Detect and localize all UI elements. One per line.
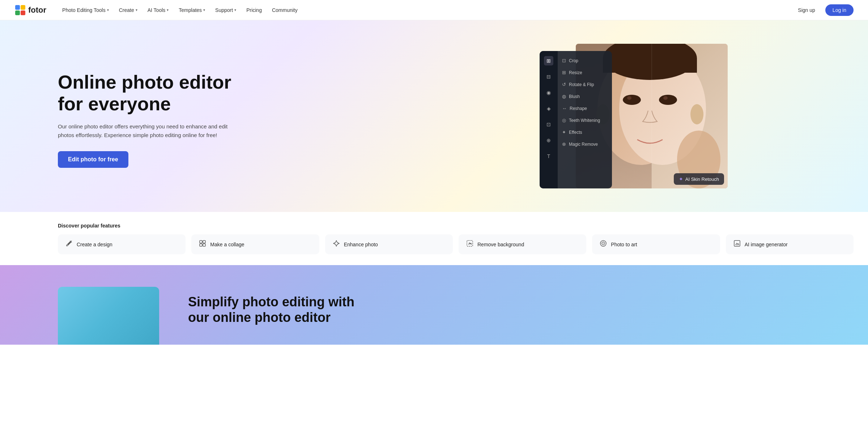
- magic-remove-icon: ⊗: [562, 141, 566, 147]
- feature-remove-background[interactable]: Remove background: [459, 234, 586, 254]
- hero-subtitle: Our online photo editor offers everythin…: [58, 122, 239, 140]
- signup-button[interactable]: Sign up: [792, 4, 821, 16]
- ai-star-icon: ✦: [679, 176, 683, 182]
- logo[interactable]: fotor: [14, 4, 46, 16]
- menu-resize[interactable]: ⊞ Resize: [558, 67, 612, 78]
- sidebar-people-icon[interactable]: ⊕: [544, 136, 553, 145]
- navbar: fotor Photo Editing Tools ▾ Create ▾ AI …: [0, 0, 868, 20]
- brand-name: fotor: [28, 5, 46, 15]
- menu-teeth[interactable]: ◎ Teeth Whitening: [558, 115, 612, 125]
- svg-rect-4: [21, 10, 25, 15]
- editor-menu: ⊡ Crop ⊞ Resize ↺ Rotate & Flip ◍ Blush: [558, 51, 612, 188]
- nav-items: Photo Editing Tools ▾ Create ▾ AI Tools …: [58, 5, 792, 15]
- blush-icon: ◍: [562, 94, 566, 99]
- hero-section: Online photo editor for everyone Our onl…: [0, 20, 868, 212]
- chevron-down-icon: ▾: [203, 8, 205, 12]
- photo-to-art-icon: [599, 239, 607, 249]
- features-grid: Create a design Make a collage Enhance p…: [58, 234, 854, 254]
- bottom-preview-image: [58, 287, 159, 345]
- svg-point-12: [663, 96, 668, 100]
- editor-mockup: ⊞ ⊟ ◉ ◈ ⊡ ⊕ T ⊡ Crop ⊞ Resize: [540, 44, 728, 196]
- menu-reshape[interactable]: ↔ Reshape: [558, 103, 612, 114]
- feature-enhance-photo[interactable]: Enhance photo: [325, 234, 453, 254]
- svg-rect-20: [203, 241, 205, 243]
- svg-rect-1: [15, 5, 20, 10]
- ai-skin-retouch-badge: ✦ AI Skin Retouch: [674, 173, 724, 185]
- nav-pricing[interactable]: Pricing: [242, 5, 266, 15]
- hero-content: Online photo editor for everyone Our onl…: [0, 50, 253, 182]
- svg-point-11: [627, 96, 631, 100]
- hero-title: Online photo editor for everyone: [58, 72, 239, 115]
- bottom-section: Simplify photo editing with our online p…: [0, 265, 868, 345]
- features-section: Discover popular features Create a desig…: [0, 212, 868, 265]
- sidebar-beauty-icon[interactable]: ◈: [544, 104, 553, 113]
- sidebar-grid-icon[interactable]: ⊞: [544, 56, 553, 65]
- sidebar-adjust-icon[interactable]: ⊟: [544, 72, 553, 81]
- crop-icon: ⊡: [562, 58, 566, 63]
- ai-image-generator-icon: [733, 239, 741, 249]
- login-button[interactable]: Log in: [825, 4, 854, 16]
- feature-create-design[interactable]: Create a design: [58, 234, 186, 254]
- nav-support[interactable]: Support ▾: [211, 5, 241, 15]
- chevron-down-icon: ▾: [234, 8, 236, 12]
- bottom-title: Simplify photo editing with our online p…: [188, 294, 369, 325]
- effects-icon: ✦: [562, 129, 566, 135]
- menu-rotate[interactable]: ↺ Rotate & Flip: [558, 79, 612, 90]
- editor-sidebar: ⊞ ⊟ ◉ ◈ ⊡ ⊕ T: [540, 51, 558, 188]
- remove-background-icon: [466, 239, 474, 249]
- create-design-icon: [65, 239, 73, 249]
- chevron-down-icon: ▾: [107, 8, 109, 12]
- feature-make-collage[interactable]: Make a collage: [191, 234, 319, 254]
- feature-photo-to-art[interactable]: Photo to art: [592, 234, 720, 254]
- logo-icon: [14, 4, 26, 16]
- nav-templates[interactable]: Templates ▾: [174, 5, 209, 15]
- menu-crop[interactable]: ⊡ Crop: [558, 55, 612, 66]
- nav-community[interactable]: Community: [268, 5, 302, 15]
- feature-ai-image-generator[interactable]: AI image generator: [726, 234, 854, 254]
- svg-point-16: [690, 104, 703, 124]
- menu-effects[interactable]: ✦ Effects: [558, 127, 612, 137]
- nav-actions: Sign up Log in: [792, 4, 854, 16]
- sidebar-filter-icon[interactable]: ◉: [544, 88, 553, 97]
- bottom-text: Simplify photo editing with our online p…: [188, 287, 369, 325]
- sidebar-crop-icon[interactable]: ⊡: [544, 120, 553, 129]
- make-collage-icon: [199, 239, 207, 249]
- svg-rect-21: [200, 244, 202, 246]
- nav-photo-editing-tools[interactable]: Photo Editing Tools ▾: [58, 5, 113, 15]
- edit-photo-cta-button[interactable]: Edit photo for free: [58, 151, 128, 168]
- menu-magic-remove[interactable]: ⊗ Magic Remove: [558, 139, 612, 149]
- svg-rect-19: [200, 241, 202, 243]
- chevron-down-icon: ▾: [136, 8, 137, 12]
- rotate-icon: ↺: [562, 82, 566, 87]
- sidebar-text-icon[interactable]: T: [544, 152, 553, 161]
- editor-panel: ⊞ ⊟ ◉ ◈ ⊡ ⊕ T ⊡ Crop ⊞ Resize: [540, 51, 612, 188]
- chevron-down-icon: ▾: [167, 8, 169, 12]
- svg-point-10: [659, 95, 677, 105]
- svg-rect-22: [203, 244, 205, 246]
- svg-point-9: [623, 95, 641, 105]
- nav-ai-tools[interactable]: AI Tools ▾: [143, 5, 173, 15]
- menu-blush[interactable]: ◍ Blush: [558, 91, 612, 102]
- svg-rect-14: [603, 58, 697, 73]
- hero-image-area: ⊞ ⊟ ◉ ◈ ⊡ ⊕ T ⊡ Crop ⊞ Resize: [399, 20, 868, 212]
- svg-point-26: [603, 243, 604, 244]
- svg-rect-3: [15, 10, 20, 15]
- nav-create[interactable]: Create ▾: [115, 5, 142, 15]
- teeth-icon: ◎: [562, 118, 566, 123]
- reshape-icon: ↔: [562, 106, 567, 111]
- resize-icon: ⊞: [562, 70, 566, 75]
- svg-rect-2: [21, 5, 25, 10]
- enhance-photo-icon: [332, 239, 340, 249]
- features-label: Discover popular features: [58, 223, 854, 229]
